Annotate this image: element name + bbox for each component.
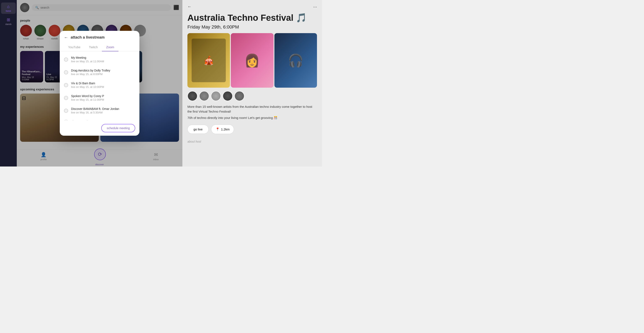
back-button[interactable]: ← xyxy=(64,35,68,40)
event-date: Friday May 29th, 6:00PM xyxy=(188,24,317,30)
radio-button[interactable] xyxy=(64,83,68,87)
stands-icon: ⊞ xyxy=(7,17,10,22)
meeting-info-partial: Live DJ Set by BowBean xyxy=(71,120,135,120)
meeting-time: live on May 15, at 11:00PM xyxy=(71,98,135,101)
meeting-list: My Meeting live on May 15, at 11:00AM Dr… xyxy=(60,52,140,120)
meeting-info: Discover BAMABAM ft. Omar Jordan live on… xyxy=(71,107,135,114)
list-item[interactable]: Discover BAMABAM ft. Omar Jordan live on… xyxy=(60,104,140,117)
about-host-link[interactable]: about host xyxy=(182,138,322,143)
meeting-time: live on May 15, at 8:00PM xyxy=(71,72,135,76)
sidebar-item-stands[interactable]: ⊞ stands xyxy=(1,16,16,27)
action-buttons: go live 📍 1.2km xyxy=(182,120,322,138)
meeting-info: Spoken Word by Corey P live on May 15, a… xyxy=(71,94,135,101)
tab-zoom[interactable]: Zoom xyxy=(102,43,118,52)
meeting-time: live on May 15, at 10:00PM xyxy=(71,85,135,88)
home-icon: ⌂ xyxy=(7,4,10,9)
event-description: More than 15 well-known artists from the… xyxy=(182,104,322,120)
schedule-meeting-button[interactable]: schedule meeting xyxy=(101,124,135,132)
radio-button[interactable] xyxy=(64,70,68,74)
event-image-3: 🎧 xyxy=(274,33,317,88)
list-item[interactable]: Drag Aerobics by Dolly Trolley live on M… xyxy=(60,66,140,79)
location-distance: 1.2km xyxy=(221,128,230,131)
meeting-name: My Meeting xyxy=(71,56,135,59)
go-live-button[interactable]: go live xyxy=(188,125,208,134)
modal-title: attach a livestream xyxy=(71,35,104,40)
more-options-icon[interactable]: ··· xyxy=(313,4,317,10)
modal-header: ← attach a livestream xyxy=(60,31,140,43)
list-item[interactable]: My Meeting live on May 15, at 11:00AM xyxy=(60,53,140,66)
location-icon: 📍 xyxy=(216,127,220,131)
tab-twitch[interactable]: Twitch xyxy=(85,43,102,52)
list-item[interactable]: Viv & Di Bam Bam live on May 15, at 10:0… xyxy=(60,79,140,92)
right-panel-header: ← ··· xyxy=(182,0,322,13)
event-info: Australia Techno Festival 🎵 Friday May 2… xyxy=(182,13,322,33)
meeting-info: My Meeting live on May 15, at 11:00AM xyxy=(71,56,135,63)
meeting-name: Discover BAMABAM ft. Omar Jordan xyxy=(71,107,135,110)
radio-button xyxy=(64,120,68,120)
host-avatar xyxy=(188,91,198,101)
radio-button[interactable] xyxy=(64,108,68,113)
modal-overlay: ← attach a livestream YouTube Twitch Zoo… xyxy=(17,0,182,166)
description-text-2: 70h of techno directly into your living … xyxy=(188,116,317,120)
sidebar: ⌂ home ⊞ stands xyxy=(0,0,17,166)
meeting-name: Drag Aerobics by Dolly Trolley xyxy=(71,69,135,72)
left-panel: 🔍 ⬛ people rohan ishaan nishith xyxy=(17,0,182,166)
meeting-time: live on May 16, at 5:30AM xyxy=(71,111,135,114)
modal-footer: schedule meeting xyxy=(60,120,140,136)
radio-button[interactable] xyxy=(64,58,68,62)
list-item[interactable]: Spoken Word by Corey P live on May 15, a… xyxy=(60,92,140,104)
sidebar-item-home-label: home xyxy=(6,10,11,12)
meeting-info: Viv & Di Bam Bam live on May 15, at 10:0… xyxy=(71,82,135,88)
description-text: More than 15 well-known artists from the… xyxy=(188,104,317,114)
host-avatar xyxy=(199,91,209,101)
main-content: 🔍 ⬛ people rohan ishaan nishith xyxy=(17,0,322,166)
event-image-2: 👩 xyxy=(231,33,273,88)
meeting-name: Spoken Word by Corey P xyxy=(71,94,135,98)
sidebar-item-home[interactable]: ⌂ home xyxy=(1,2,16,14)
meeting-name: Live DJ Set by BowBean xyxy=(71,120,135,120)
host-avatar xyxy=(223,91,233,101)
right-panel: ← ··· Australia Techno Festival 🎵 Friday… xyxy=(182,0,322,166)
event-image-1: 🎪 xyxy=(188,33,230,88)
modal-tabs: YouTube Twitch Zoom xyxy=(60,43,140,52)
sidebar-item-stands-label: stands xyxy=(5,23,11,25)
tab-youtube[interactable]: YouTube xyxy=(64,43,85,52)
livestream-modal: ← attach a livestream YouTube Twitch Zoo… xyxy=(60,31,140,136)
meeting-name: Viv & Di Bam Bam xyxy=(71,82,135,85)
right-back-button[interactable]: ← xyxy=(188,4,192,9)
host-section xyxy=(182,88,322,104)
event-title: Australia Techno Festival 🎵 xyxy=(188,13,317,23)
host-avatar xyxy=(234,91,244,101)
meeting-info: Drag Aerobics by Dolly Trolley live on M… xyxy=(71,69,135,76)
host-avatar xyxy=(211,91,221,101)
event-images: 🎪 👩 🎧 xyxy=(182,33,322,88)
location-button[interactable]: 📍 1.2km xyxy=(211,124,234,134)
radio-button[interactable] xyxy=(64,96,68,100)
meeting-time: live on May 15, at 11:00AM xyxy=(71,60,135,63)
list-item-partial: Live DJ Set by BowBean xyxy=(60,117,140,120)
